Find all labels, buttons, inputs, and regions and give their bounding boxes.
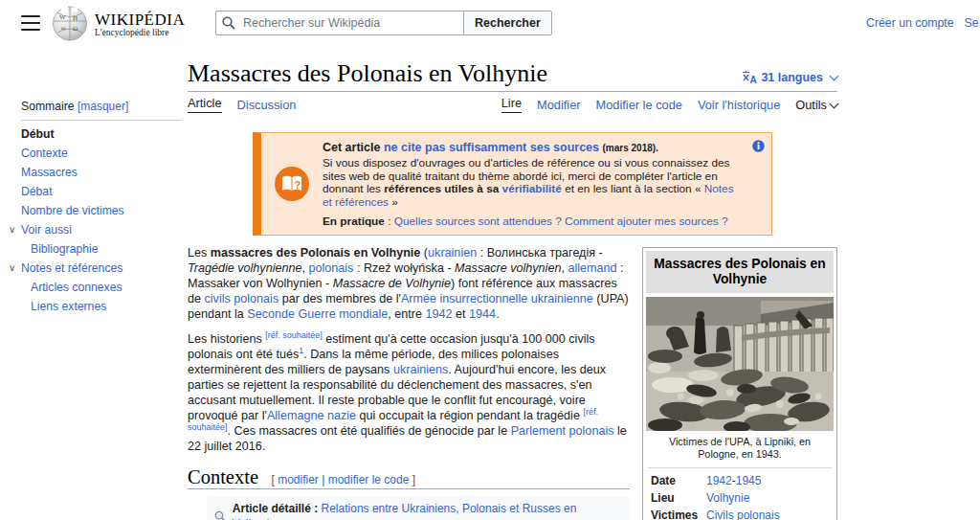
svg-text:A: A bbox=[750, 75, 757, 84]
text-segment: ( bbox=[420, 246, 428, 260]
languages-button[interactable]: A 31 langues bbox=[742, 70, 837, 88]
inline-link[interactable]: polonais bbox=[309, 261, 354, 275]
toc-header: Sommaire [masquer] bbox=[21, 100, 182, 113]
toc-item-liens-externes[interactable]: Liens externes bbox=[21, 297, 182, 316]
banner-body: Si vous disposez d'ouvrages ou d'article… bbox=[323, 157, 745, 209]
toc-item-bibliographie[interactable]: Bibliographie bbox=[21, 239, 182, 259]
inline-link[interactable]: ukrainien bbox=[428, 246, 477, 260]
tab-discussion[interactable]: Discussion bbox=[237, 98, 297, 112]
global-header: W И ω Ω WIKIPÉDIA L'encyclopédie libre R… bbox=[0, 0, 980, 46]
translate-icon: A bbox=[742, 70, 757, 84]
tab-voir-historique[interactable]: Voir l'historique bbox=[698, 98, 780, 112]
inline-link[interactable]: 1942 bbox=[706, 475, 732, 487]
toc-divider bbox=[21, 120, 182, 121]
infobox: Massacres des Polonais en Volhynie bbox=[642, 247, 837, 520]
tab-lire[interactable]: Lire bbox=[501, 96, 522, 113]
inline-link[interactable]: Seconde Guerre mondiale bbox=[247, 307, 388, 321]
toc-item-contexte[interactable]: Contexte bbox=[21, 144, 182, 163]
toc-item-debut[interactable]: Début bbox=[21, 124, 182, 144]
chevron-down-icon bbox=[830, 99, 839, 108]
text-segment: Article détaillé : bbox=[233, 502, 322, 515]
toc-item-massacres[interactable]: Massacres bbox=[21, 163, 182, 182]
text-segment: En pratique bbox=[323, 215, 385, 228]
inline-link[interactable]: allemand bbox=[568, 261, 616, 275]
section-title: Contexte bbox=[188, 466, 258, 487]
inline-link[interactable]: vérifiabilité bbox=[502, 182, 562, 195]
toc-hide-link[interactable]: [masquer] bbox=[78, 100, 128, 113]
text-segment: Massacre volhynien bbox=[455, 261, 561, 275]
tab-modifier[interactable]: Modifier bbox=[537, 98, 581, 112]
svg-text:?: ? bbox=[295, 179, 301, 191]
text-segment: et en les liant à la section « bbox=[562, 182, 704, 195]
inline-link[interactable]: Parlement polonais bbox=[511, 424, 614, 438]
banner-headline: Cet article ne cite pas suffisamment ses… bbox=[323, 141, 745, 154]
inline-link[interactable]: ukrainiens bbox=[393, 363, 448, 376]
inline-link[interactable]: Comment ajouter mes sources ? bbox=[565, 215, 727, 228]
text-segment: | bbox=[319, 473, 328, 486]
chevron-down-icon[interactable]: ∨ bbox=[9, 223, 15, 236]
toc-item-notes-et-references[interactable]: ∨Notes et références bbox=[21, 259, 182, 278]
wikipedia-globe-icon: W И ω Ω bbox=[52, 5, 88, 45]
info-icon[interactable] bbox=[752, 139, 765, 156]
inline-link[interactable]: 1945 bbox=[736, 475, 762, 487]
open-book-question-icon: ? bbox=[274, 166, 310, 206]
toc-item-nombre-de-victimes[interactable]: Nombre de victimes bbox=[21, 201, 182, 220]
inline-link[interactable]: Allemagne nazie bbox=[267, 409, 356, 422]
inline-link[interactable]: Quelles sources sont attendues ? bbox=[394, 215, 562, 228]
text-segment: Les bbox=[188, 246, 211, 260]
tab-article[interactable]: Article bbox=[188, 96, 222, 113]
toc-item-debat[interactable]: Débat bbox=[21, 182, 182, 201]
banner-practice: En pratique : Quelles sources sont atten… bbox=[323, 215, 745, 228]
infobox-title: Massacres des Polonais en Volhynie bbox=[646, 251, 834, 293]
logo-subtitle: L'encyclopédie libre bbox=[95, 29, 185, 38]
main-content: Massacres des Polonais en Volhynie A 31 … bbox=[188, 46, 837, 520]
menu-icon[interactable] bbox=[21, 15, 40, 31]
search-button[interactable]: Rechercher bbox=[463, 11, 552, 35]
article-tabs: Article Discussion Lire Modifier Modifie… bbox=[188, 92, 837, 117]
infobox-row-lieu: Lieu Volhynie bbox=[651, 492, 829, 505]
text-segment: Tragédie volhynienne bbox=[188, 261, 302, 275]
magnifier-icon bbox=[214, 510, 227, 520]
edit-section-links: [ modifier | modifier le code ] bbox=[272, 473, 416, 486]
inline-link[interactable]: Civils polonais bbox=[706, 509, 780, 520]
infobox-row-date: Date 1942 - 1945 bbox=[651, 475, 829, 487]
page-title: Massacres des Polonais en Volhynie bbox=[188, 59, 547, 88]
svg-text:Ω: Ω bbox=[73, 25, 78, 33]
inline-link[interactable]: modifier bbox=[278, 473, 319, 486]
text-segment: qui occupait la région pendant la tragéd… bbox=[356, 409, 583, 422]
chevron-down-icon[interactable]: ∨ bbox=[9, 261, 15, 274]
inline-link[interactable]: Volhynie bbox=[706, 492, 749, 505]
inline-link[interactable]: [réf. souhaitée] bbox=[265, 330, 323, 340]
inline-link[interactable]: civils polonais bbox=[205, 292, 279, 305]
toc-item-voir-aussi[interactable]: ∨Voir aussi bbox=[21, 220, 182, 239]
tools-menu[interactable]: Outils bbox=[795, 98, 837, 112]
create-account-link[interactable]: Créer un compte bbox=[866, 16, 954, 30]
section-heading-contexte: Contexte [ modifier | modifier le code ] bbox=[188, 469, 630, 489]
text-segment: et bbox=[453, 307, 470, 321]
inline-link[interactable]: modifier le code bbox=[328, 473, 410, 486]
chevron-down-icon bbox=[830, 72, 839, 81]
toc-item-articles-connexes[interactable]: Articles connexes bbox=[21, 278, 182, 297]
text-segment: (mars 2018). bbox=[603, 143, 658, 153]
inline-link[interactable]: 1942 bbox=[426, 307, 453, 321]
tab-modifier-le-code[interactable]: Modifier le code bbox=[596, 98, 682, 112]
infobox-row-victimes: Victimes Civils polonais bbox=[651, 509, 829, 520]
text-segment: Massacre de Volhynie bbox=[333, 277, 451, 290]
text-segment: . Ces massacres ont été qualifiés de gén… bbox=[228, 424, 511, 438]
inline-link[interactable]: ne cite pas suffisamment ses sources bbox=[384, 141, 599, 154]
search-input[interactable] bbox=[215, 11, 464, 35]
svg-text:W: W bbox=[59, 13, 66, 21]
inline-link[interactable]: Armée insurrectionnelle ukrainienne bbox=[401, 292, 593, 305]
divider bbox=[648, 467, 832, 468]
text-segment: ] bbox=[409, 473, 415, 486]
wikipedia-logo[interactable]: W И ω Ω WIKIPÉDIA L'encyclopédie libre bbox=[52, 5, 185, 45]
table-of-contents: Sommaire [masquer] Début Contexte Massac… bbox=[0, 46, 188, 316]
infobox-photo[interactable] bbox=[646, 297, 834, 431]
text-segment: par des membres de l' bbox=[278, 292, 401, 305]
text-segment: : Rzeź wołyńska - bbox=[353, 261, 455, 275]
text-segment: Cet article bbox=[323, 141, 384, 154]
toc-title: Sommaire bbox=[21, 100, 75, 113]
text-segment: Les historiens bbox=[188, 332, 265, 346]
inline-link[interactable]: 1944 bbox=[469, 307, 496, 321]
login-link[interactable]: Se connecter bbox=[965, 16, 980, 30]
